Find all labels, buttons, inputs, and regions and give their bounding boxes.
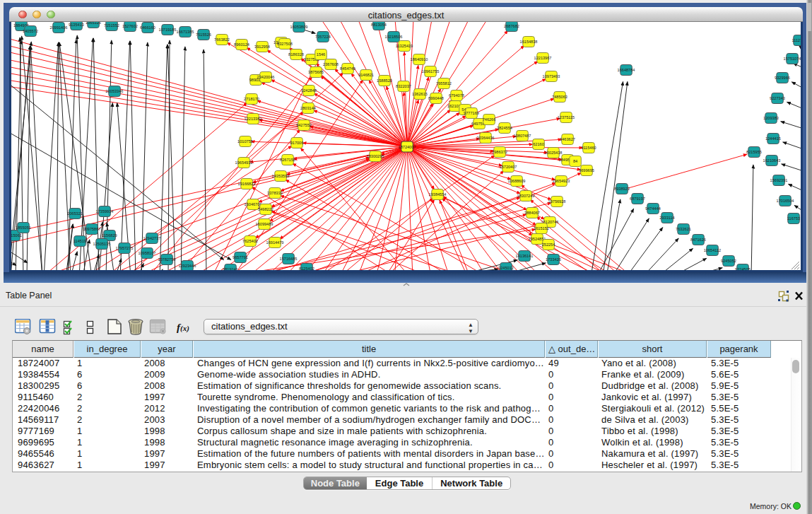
svg-text:9699695: 9699695 — [579, 168, 594, 173]
svg-text:14353594: 14353594 — [272, 174, 290, 178]
svg-text:7663822: 7663822 — [214, 37, 230, 42]
svg-text:9819241: 9819241 — [223, 267, 238, 270]
svg-text:9245012: 9245012 — [498, 266, 514, 270]
svg-text:10961755: 10961755 — [422, 69, 440, 74]
svg-text:3875685: 3875685 — [308, 70, 324, 74]
svg-text:16053809: 16053809 — [290, 25, 308, 29]
svg-text:10958107: 10958107 — [139, 251, 156, 255]
svg-text:16671385: 16671385 — [177, 30, 194, 34]
svg-text:16099489: 16099489 — [256, 222, 273, 226]
svg-text:17016504: 17016504 — [777, 199, 794, 203]
svg-text:18724007: 18724007 — [399, 145, 416, 149]
svg-text:23420046: 23420046 — [257, 75, 275, 79]
svg-text:6466160: 6466160 — [140, 25, 155, 30]
svg-text:3378332: 3378332 — [267, 191, 283, 195]
svg-text:15692391: 15692391 — [770, 178, 788, 182]
svg-text:8322037: 8322037 — [396, 84, 411, 88]
svg-text:7625402: 7625402 — [242, 239, 258, 243]
svg-text:8215955: 8215955 — [746, 150, 762, 154]
svg-text:2367608: 2367608 — [323, 62, 339, 66]
svg-text:18300295: 18300295 — [367, 154, 384, 158]
svg-text:7986372: 7986372 — [492, 150, 507, 154]
svg-text:15751074: 15751074 — [784, 57, 801, 61]
svg-text:10973493: 10973493 — [543, 74, 560, 78]
svg-text:12213967: 12213967 — [534, 56, 552, 60]
svg-text:19384554: 19384554 — [429, 192, 447, 197]
svg-text:5498222: 5498222 — [258, 207, 273, 211]
svg-text:7151552: 7151552 — [104, 23, 119, 28]
svg-text:2933114: 2933114 — [659, 216, 674, 220]
svg-text:16648784: 16648784 — [618, 68, 635, 72]
svg-text:12505135: 12505135 — [93, 242, 111, 246]
svg-text:20364436: 20364436 — [477, 136, 495, 140]
svg-text:9245052: 9245052 — [721, 259, 736, 263]
svg-text:6794078: 6794078 — [449, 93, 464, 98]
svg-text:9474444: 9474444 — [645, 206, 661, 211]
svg-text:17957275: 17957275 — [116, 246, 134, 250]
svg-text:1362615: 1362615 — [412, 92, 428, 96]
svg-text:19218506: 19218506 — [385, 35, 403, 39]
svg-text:12213382: 12213382 — [245, 117, 262, 121]
svg-text:1855051: 1855051 — [16, 226, 31, 230]
svg-text:17359934: 17359934 — [96, 209, 114, 214]
svg-text:1546: 1546 — [317, 52, 325, 57]
svg-text:62160: 62160 — [533, 142, 544, 146]
svg-text:9777169: 9777169 — [464, 111, 479, 115]
svg-text:3824554: 3824554 — [497, 126, 512, 130]
svg-text:8186328: 8186328 — [288, 52, 304, 57]
svg-text:9146821: 9146821 — [358, 73, 374, 77]
svg-text:15720407: 15720407 — [500, 165, 517, 169]
svg-text:116753: 116753 — [787, 216, 800, 221]
svg-text:1209383: 1209383 — [763, 116, 779, 120]
svg-text:20053346: 20053346 — [106, 89, 124, 93]
svg-text:8125402: 8125402 — [299, 267, 314, 270]
svg-text:1065326: 1065326 — [86, 22, 101, 25]
svg-text:6879197: 6879197 — [630, 197, 645, 201]
svg-text:9427552: 9427552 — [296, 123, 312, 127]
svg-text:8990448: 8990448 — [428, 96, 444, 100]
svg-text:1588520: 1588520 — [377, 78, 392, 83]
svg-text:9324505: 9324505 — [735, 267, 751, 270]
svg-text:10782759: 10782759 — [158, 257, 176, 262]
svg-text:746266: 746266 — [483, 117, 496, 122]
svg-text:2718170: 2718170 — [244, 97, 259, 101]
svg-text:15716485: 15716485 — [280, 257, 298, 261]
svg-text:9657791: 9657791 — [233, 255, 248, 259]
svg-text:1615152: 1615152 — [534, 226, 549, 230]
svg-text:8267150: 8267150 — [280, 158, 295, 162]
svg-text:10025438: 10025438 — [545, 151, 563, 155]
svg-text:9115460: 9115460 — [581, 146, 596, 150]
svg-text:14136141: 14136141 — [516, 254, 534, 258]
svg-text:1405572: 1405572 — [23, 29, 38, 33]
svg-text:7485063: 7485063 — [552, 95, 567, 99]
svg-text:10688609: 10688609 — [508, 179, 526, 183]
svg-text:9242848: 9242848 — [301, 88, 317, 93]
svg-text:8454749: 8454749 — [340, 66, 355, 71]
svg-text:12375115: 12375115 — [558, 115, 575, 119]
svg-text:9227343: 9227343 — [770, 96, 785, 100]
svg-text:1010755: 1010755 — [237, 139, 253, 144]
svg-text:9135413: 9135413 — [69, 23, 84, 27]
svg-text:2803144: 2803144 — [300, 106, 316, 110]
svg-text:10654112: 10654112 — [704, 248, 721, 252]
svg-text:252254: 252254 — [542, 243, 555, 247]
svg-text:18640910: 18640910 — [411, 57, 428, 62]
svg-text:19654923: 19654923 — [553, 179, 570, 183]
svg-text:2687682: 2687682 — [504, 24, 519, 28]
svg-text:7357224: 7357224 — [315, 35, 331, 39]
svg-text:8938923: 8938923 — [614, 187, 630, 191]
svg-text:8471626: 8471626 — [690, 238, 706, 242]
svg-text:10719185: 10719185 — [159, 28, 177, 32]
svg-text:19166822: 19166822 — [238, 182, 256, 186]
svg-text:7632621: 7632621 — [676, 227, 691, 231]
svg-text:3912954: 3912954 — [254, 45, 270, 49]
svg-text:8327508: 8327508 — [277, 42, 293, 46]
svg-text:20991406: 20991406 — [50, 25, 68, 30]
svg-text:12923446: 12923446 — [179, 264, 196, 268]
svg-text:10807487: 10807487 — [514, 134, 531, 138]
svg-text:84: 84 — [573, 159, 577, 163]
svg-text:2065321: 2065321 — [67, 211, 83, 216]
svg-text:10975867: 10975867 — [83, 227, 101, 231]
svg-text:1156829: 1156829 — [102, 233, 117, 238]
svg-text:16914479: 16914479 — [266, 240, 284, 245]
